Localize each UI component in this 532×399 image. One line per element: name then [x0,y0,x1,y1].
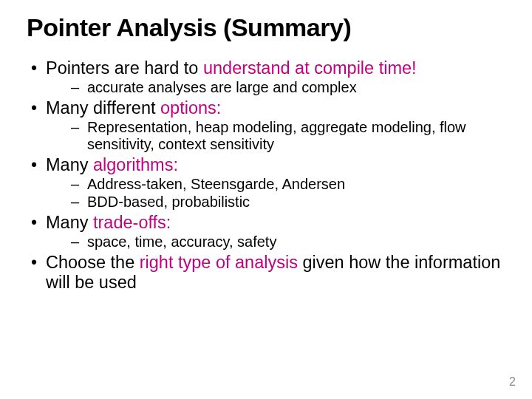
bullet-3-pre: Many [46,155,93,174]
bullet-2-accent: options: [160,98,221,117]
bullet-list: Pointers are hard to understand at compi… [27,58,505,293]
bullet-5-accent: right type of analysis [140,253,298,272]
bullet-4-sublist: space, time, accuracy, safety [46,233,505,250]
bullet-2: Many different options: Representation, … [27,98,505,152]
bullet-2-pre: Many different [46,98,160,117]
bullet-4-accent: trade-offs: [93,213,171,232]
bullet-1: Pointers are hard to understand at compi… [27,58,505,95]
bullet-1-sub-1: accurate analyses are large and complex [46,79,505,95]
bullet-4: Many trade-offs: space, time, accuracy, … [27,213,505,250]
bullet-2-sublist: Representation, heap modeling, aggregate… [46,119,505,152]
bullet-1-accent: understand at compile time! [203,58,417,78]
bullet-2-sub-1: Representation, heap modeling, aggregate… [46,119,505,152]
bullet-3-accent: algorithms: [93,155,178,174]
bullet-4-sub-1: space, time, accuracy, safety [46,233,505,250]
bullet-3-sublist: Address-taken, Steensgarde, Andersen BDD… [46,176,505,210]
bullet-3-sub-2: BDD-based, probabilistic [46,194,505,210]
bullet-5-pre: Choose the [46,253,140,272]
bullet-1-pre: Pointers are hard to [46,58,203,78]
bullet-5: Choose the right type of analysis given … [27,253,505,293]
bullet-3: Many algorithms: Address-taken, Steensga… [27,155,505,210]
bullet-3-sub-1: Address-taken, Steensgarde, Andersen [46,176,505,192]
page-number: 2 [509,375,516,389]
bullet-1-sublist: accurate analyses are large and complex [46,79,505,95]
slide-title: Pointer Analysis (Summary) [27,13,505,42]
slide-container: Pointer Analysis (Summary) Pointers are … [0,0,532,399]
bullet-4-pre: Many [46,213,93,232]
